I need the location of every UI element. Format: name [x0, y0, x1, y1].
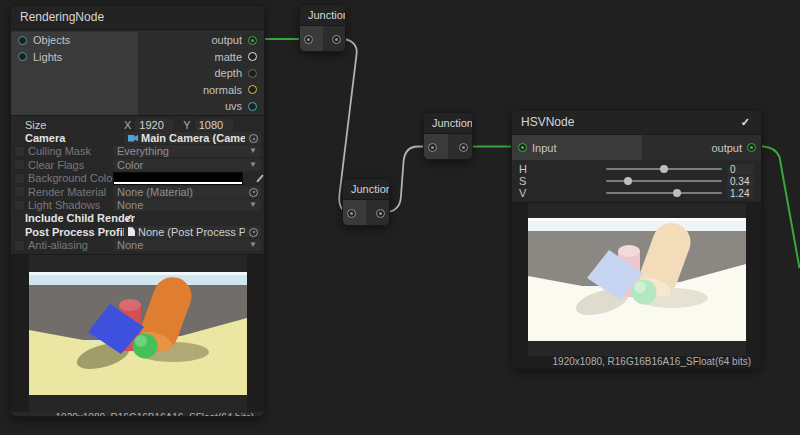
- camera-icon: [128, 135, 138, 142]
- culling-mask-label: Culling Mask: [28, 145, 113, 157]
- background-color-checkbox[interactable]: [14, 173, 25, 184]
- light-shadows-value: None: [117, 199, 143, 211]
- hsv-titlebar[interactable]: HSVNode ✓: [512, 111, 761, 135]
- junction1-ports: [300, 26, 345, 52]
- s-slider-handle[interactable]: [624, 177, 632, 185]
- port-row-matte: matte: [138, 49, 264, 66]
- junction3-input-port[interactable]: [428, 143, 437, 152]
- size-x-label: X: [124, 119, 131, 131]
- slider-row-v: V 1.24: [519, 187, 754, 199]
- anti-aliasing-checkbox[interactable]: [14, 240, 25, 251]
- junction1-titlebar[interactable]: Junction: [300, 5, 345, 26]
- clear-flags-value: Color: [117, 159, 143, 171]
- rendering-preview-label: 1920x1080, R16G16B16A16_SFloat(64 bits): [11, 412, 264, 417]
- post-process-profile-value: None (Post Process Profile): [138, 226, 245, 238]
- h-slider-track[interactable]: [606, 168, 722, 170]
- lights-port-label: Lights: [33, 51, 62, 63]
- s-value-field[interactable]: 0.34: [727, 176, 754, 187]
- camera-label: Camera: [25, 132, 124, 144]
- port-row-depth: depth: [138, 65, 264, 82]
- h-value-field[interactable]: 0: [727, 164, 754, 175]
- v-value-field[interactable]: 1.24: [727, 188, 754, 199]
- light-shadows-checkbox[interactable]: [14, 200, 25, 211]
- node-junction-1[interactable]: Junction: [299, 4, 346, 52]
- camera-object-field[interactable]: Main Camera (Camera): [124, 132, 261, 144]
- junction1-input-port[interactable]: [304, 35, 313, 44]
- node-junction-3[interactable]: Junction: [423, 112, 473, 160]
- chevron-down-icon: ▼: [249, 145, 257, 157]
- output-port[interactable]: [248, 36, 257, 45]
- culling-mask-checkbox[interactable]: [14, 146, 25, 157]
- prop-row-background-color: Background Color: [11, 172, 264, 185]
- junction2-output-port[interactable]: [376, 209, 385, 218]
- h-slider-handle[interactable]: [660, 165, 668, 173]
- edge-hsv-output[interactable]: [758, 146, 800, 268]
- v-slider-handle[interactable]: [673, 189, 681, 197]
- hsv-enabled-checkbox[interactable]: ✓: [741, 111, 750, 134]
- hsv-title: HSVNode: [521, 115, 574, 129]
- node-rendering-titlebar[interactable]: RenderingNode: [11, 6, 264, 30]
- s-slider-label: S: [519, 175, 533, 187]
- v-slider-label: V: [519, 187, 533, 199]
- junction3-ports: [424, 134, 472, 160]
- hsv-preview-section: 1920x1080, R16G16B16A16_SFloat(64 bits): [512, 202, 761, 368]
- hsv-input-port[interactable]: [518, 143, 527, 152]
- matte-port-label: matte: [214, 51, 242, 63]
- camera-object-picker-icon[interactable]: [249, 134, 258, 143]
- include-child-renderers-checkbox[interactable]: ✓: [124, 212, 133, 225]
- node-rendering[interactable]: RenderingNode Objects Lights output: [10, 5, 265, 417]
- node-junction-2[interactable]: Junction: [342, 178, 390, 226]
- render-material-label: Render Material: [28, 186, 113, 198]
- hsv-preview-frame: [528, 203, 746, 356]
- junction3-titlebar[interactable]: Junction: [424, 113, 472, 134]
- render-material-checkbox[interactable]: [14, 186, 25, 197]
- include-child-renderers-label: Include Child Renderers: [25, 212, 135, 224]
- normals-port[interactable]: [248, 85, 257, 94]
- clear-flags-dropdown[interactable]: Color ▼: [113, 159, 261, 171]
- depth-port[interactable]: [248, 69, 257, 78]
- junction2-titlebar[interactable]: Junction: [343, 179, 389, 200]
- graph-canvas[interactable]: RenderingNode Objects Lights output: [0, 0, 800, 435]
- junction2-input-port[interactable]: [347, 209, 356, 218]
- hsv-sliders: H 0 S 0.34 V 1.24: [512, 160, 761, 202]
- slider-row-h: H 0: [519, 163, 754, 175]
- size-y-field[interactable]: 1080: [195, 119, 233, 131]
- prop-row-clear-flags: Clear Flags Color ▼: [11, 158, 264, 171]
- rendering-preview-frame: [29, 255, 247, 412]
- s-slider-track[interactable]: [606, 180, 722, 182]
- rendering-output-panel: output matte depth normals uvs: [138, 32, 264, 115]
- objects-port[interactable]: [18, 36, 27, 45]
- light-shadows-dropdown[interactable]: None ▼: [113, 199, 261, 211]
- clear-flags-checkbox[interactable]: [14, 159, 25, 170]
- matte-port[interactable]: [248, 52, 257, 61]
- background-color-swatch[interactable]: [113, 172, 243, 185]
- v-slider-track[interactable]: [606, 192, 722, 194]
- anti-aliasing-dropdown[interactable]: None ▼: [113, 239, 261, 251]
- eyedropper-icon[interactable]: [256, 174, 263, 182]
- junction2-ports: [343, 200, 389, 226]
- slider-row-s: S 0.34: [519, 175, 754, 187]
- size-label: Size: [25, 119, 124, 131]
- hsv-preview-label: 1920x1080, R16G16B16A16_SFloat(64 bits): [512, 356, 761, 368]
- uvs-port-label: uvs: [225, 100, 242, 112]
- light-shadows-label: Light Shadows: [28, 199, 113, 211]
- anti-aliasing-value: None: [117, 239, 143, 251]
- render-material-picker-icon[interactable]: [249, 188, 258, 197]
- render-material-object-field[interactable]: None (Material): [113, 186, 261, 198]
- prop-row-light-shadows: Light Shadows None ▼: [11, 198, 264, 211]
- culling-mask-dropdown[interactable]: Everything ▼: [113, 145, 261, 157]
- port-row-normals: normals: [138, 82, 264, 99]
- junction1-output-port[interactable]: [332, 35, 341, 44]
- profile-file-icon: [128, 227, 135, 236]
- node-hsv[interactable]: HSVNode ✓ Input output H 0 S: [511, 110, 762, 369]
- post-process-profile-object-field[interactable]: None (Post Process Profile): [124, 226, 261, 238]
- prop-row-include-child-renderers: Include Child Renderers ✓: [11, 212, 264, 225]
- post-process-profile-picker-icon[interactable]: [249, 228, 258, 237]
- lights-port[interactable]: [18, 52, 27, 61]
- hsv-output-port[interactable]: [747, 143, 756, 152]
- uvs-port[interactable]: [248, 102, 257, 111]
- size-x-field[interactable]: 1920: [135, 119, 173, 131]
- junction3-output-port[interactable]: [459, 143, 468, 152]
- hsv-preview-image: [528, 218, 746, 341]
- prop-row-culling-mask: Culling Mask Everything ▼: [11, 145, 264, 158]
